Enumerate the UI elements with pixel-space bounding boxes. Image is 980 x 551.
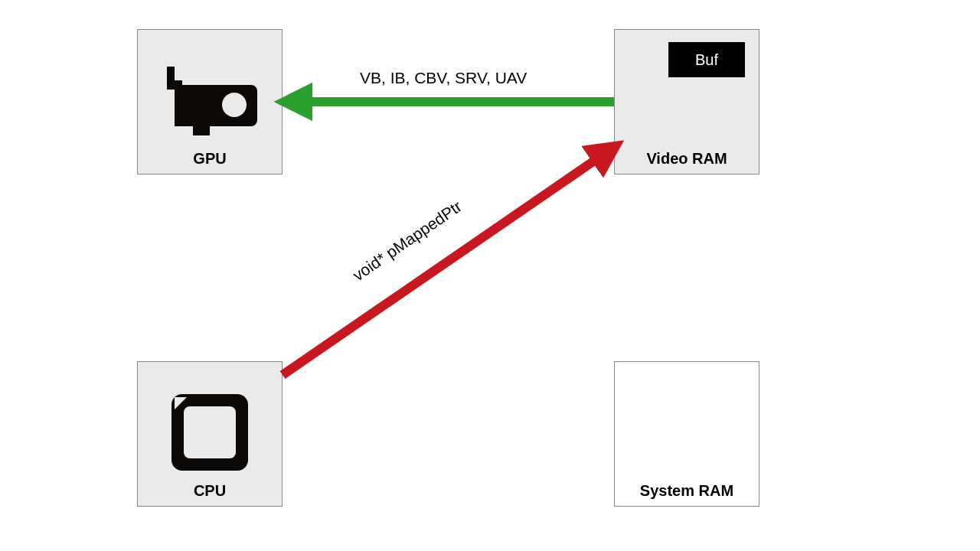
node-cpu: CPU <box>137 361 283 507</box>
gpu-label: GPU <box>138 150 282 168</box>
svg-point-2 <box>222 93 247 117</box>
cpu-label: CPU <box>138 482 282 500</box>
system-ram-label: System RAM <box>615 482 759 500</box>
green-arrow-label: VB, IB, CBV, SRV, UAV <box>360 69 527 87</box>
cpu-chip-icon <box>167 390 253 478</box>
memory-diagram: GPU CPU Buf Video RAM System RAM <box>0 0 980 551</box>
buffer-chip: Buf <box>668 42 745 77</box>
svg-rect-4 <box>184 406 236 458</box>
red-arrow-label: void* pMappedPtr <box>349 197 465 285</box>
video-ram-label: Video RAM <box>615 150 759 168</box>
arrow-cpu-to-vram <box>283 158 599 375</box>
buffer-chip-label: Buf <box>695 51 718 69</box>
node-system-ram: System RAM <box>614 361 760 507</box>
node-gpu: GPU <box>137 29 283 174</box>
node-video-ram: Buf Video RAM <box>614 29 760 174</box>
gpu-card-icon <box>161 62 259 142</box>
